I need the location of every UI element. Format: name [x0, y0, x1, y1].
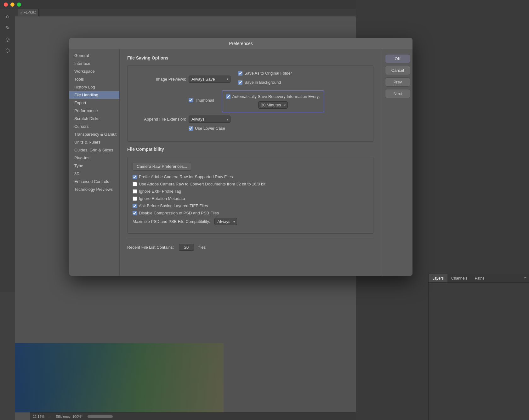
- right-checkboxes-col: Save As to Original Folder Save in Backg…: [238, 71, 292, 87]
- sidebar-item-performance[interactable]: Performance: [69, 107, 119, 115]
- auto-save-recovery-checkbox[interactable]: [226, 94, 230, 99]
- dialog-title: Preferences: [69, 38, 412, 49]
- recent-files-input[interactable]: [179, 244, 194, 251]
- image-previews-label: Image Previews:: [133, 77, 186, 82]
- next-button[interactable]: Next: [385, 89, 410, 98]
- maximize-compat-select[interactable]: Always Never Ask: [214, 218, 237, 225]
- ignore-rotation-row: Ignore Rotation Metadata: [133, 196, 368, 201]
- close-button[interactable]: [4, 3, 8, 7]
- save-in-background-checkbox[interactable]: [238, 80, 242, 85]
- tab-bar: × FLYOC: [15, 9, 356, 16]
- image-previews-row: Image Previews: Always Save Never Save A…: [133, 71, 368, 87]
- sidebar-item-export[interactable]: Export: [69, 99, 119, 107]
- image-previews-select[interactable]: Always Save Never Save Ask When Saving: [189, 76, 230, 83]
- use-adobe-raw-convert-label: Use Adobe Camera Raw to Convert Document…: [139, 182, 265, 186]
- dialog-main-content: File Saving Options Image Previews: Alwa…: [120, 49, 381, 276]
- recovery-interval-wrapper: 1 Minute 5 Minutes 10 Minutes 15 Minutes…: [226, 101, 320, 109]
- append-ext-select[interactable]: Always Never Ask When Saving: [189, 116, 230, 123]
- panel-menu-icon[interactable]: ≡: [524, 276, 529, 281]
- use-lowercase-checkbox[interactable]: [189, 126, 193, 131]
- prefer-adobe-raw-checkbox[interactable]: [133, 175, 137, 179]
- use-adobe-raw-convert-row: Use Adobe Camera Raw to Convert Document…: [133, 182, 368, 186]
- ignore-rotation-label: Ignore Rotation Metadata: [139, 196, 185, 201]
- prefer-adobe-raw-row: Prefer Adobe Camera Raw for Supported Ra…: [133, 174, 368, 179]
- file-compat-title: File Compatibility: [127, 147, 373, 152]
- sidebar-item-tools[interactable]: Tools: [69, 75, 119, 83]
- sidebar-item-file-handling[interactable]: File Handling: [69, 91, 119, 99]
- disable-compression-checkbox[interactable]: [133, 211, 137, 215]
- recovery-info-box: Automatically Save Recovery Information …: [222, 90, 324, 112]
- sidebar-item-transparency-gamut[interactable]: Transparency & Gamut: [69, 130, 119, 138]
- save-as-original-row: Save As to Original Folder: [238, 71, 292, 76]
- sidebar-item-guides-grid-slices[interactable]: Guides, Grid & Slices: [69, 146, 119, 154]
- sidebar-item-interface[interactable]: Interface: [69, 60, 119, 67]
- thumbnail-checkbox-row: Thumbnail: [189, 98, 214, 103]
- recovery-interval-select-wrapper: 1 Minute 5 Minutes 10 Minutes 15 Minutes…: [258, 101, 288, 109]
- recovery-interval-select[interactable]: 1 Minute 5 Minutes 10 Minutes 15 Minutes…: [258, 101, 288, 109]
- disable-compression-row: Disable Compression of PSD and PSB Files: [133, 211, 368, 215]
- status-bar: 22.16% › Efficiency: 100%*: [30, 412, 356, 420]
- maximize-button[interactable]: [17, 3, 21, 7]
- efficiency-status: Efficiency: 100%*: [56, 415, 82, 418]
- pen-tool-icon[interactable]: ✎: [3, 23, 13, 33]
- section-divider: [127, 239, 373, 239]
- ask-tiff-checkbox[interactable]: [133, 204, 137, 208]
- ask-tiff-label: Ask Before Saving Layered TIFF Files: [139, 203, 208, 208]
- preferences-dialog: Preferences General Interface Workspace …: [69, 38, 412, 276]
- cancel-button[interactable]: Cancel: [385, 66, 410, 75]
- camera-raw-prefs-button[interactable]: Camera Raw Preferences...: [133, 162, 191, 171]
- save-as-original-label: Save As to Original Folder: [244, 71, 292, 76]
- ps-panels: Layers Channels Paths ≡: [428, 274, 529, 420]
- ignore-exif-checkbox[interactable]: [133, 189, 137, 194]
- save-in-background-label: Save in Background: [244, 80, 281, 85]
- prefer-adobe-raw-label: Prefer Adobe Camera Raw for Supported Ra…: [139, 174, 233, 179]
- sidebar-item-cursors[interactable]: Cursors: [69, 122, 119, 130]
- save-as-original-checkbox[interactable]: [238, 71, 242, 76]
- use-lowercase-row: Use Lower Case: [189, 126, 368, 133]
- ignore-exif-row: Ignore EXIF Profile Tag: [133, 189, 368, 194]
- sidebar-item-general[interactable]: General: [69, 52, 119, 60]
- sidebar-item-scratch-disks[interactable]: Scratch Disks: [69, 115, 119, 122]
- ps-toolbar: ⌂ ✎ ◎ ⬡: [0, 9, 15, 292]
- dialog-body: General Interface Workspace Tools Histor…: [69, 49, 412, 276]
- dialog-sidebar: General Interface Workspace Tools Histor…: [69, 49, 120, 276]
- sidebar-item-type[interactable]: Type: [69, 162, 119, 170]
- canvas-image: [15, 343, 224, 412]
- auto-save-recovery-row: Automatically Save Recovery Information …: [226, 94, 320, 99]
- sidebar-item-3d[interactable]: 3D: [69, 170, 119, 178]
- minimize-button[interactable]: [10, 3, 14, 7]
- sidebar-item-plug-ins[interactable]: Plug-Ins: [69, 154, 119, 162]
- sidebar-item-enhanced-controls[interactable]: Enhanced Controls: [69, 178, 119, 185]
- document-tab[interactable]: × FLYOC: [18, 9, 39, 16]
- maximize-compat-label: Maximize PSD and PSB File Compatibility:: [133, 219, 210, 224]
- maximize-compat-row: Maximize PSD and PSB File Compatibility:…: [133, 218, 368, 225]
- ignore-rotation-checkbox[interactable]: [133, 196, 137, 201]
- thumbnail-checkbox[interactable]: [189, 98, 193, 102]
- file-saving-section: Image Previews: Always Save Never Save A…: [127, 65, 373, 142]
- save-in-background-row: Save in Background: [238, 80, 292, 85]
- panel-tabs: Layers Channels Paths ≡: [429, 274, 529, 283]
- paths-tab[interactable]: Paths: [471, 274, 488, 282]
- append-ext-select-wrapper: Always Never Ask When Saving: [189, 116, 230, 123]
- thumbnail-label: Thumbnail: [195, 98, 214, 103]
- sidebar-item-units-rulers[interactable]: Units & Rulers: [69, 138, 119, 146]
- circle-tool-icon[interactable]: ◎: [3, 34, 13, 44]
- use-adobe-raw-convert-checkbox[interactable]: [133, 182, 137, 186]
- close-tab-icon[interactable]: ×: [20, 11, 22, 14]
- ok-button[interactable]: OK: [385, 54, 410, 63]
- sidebar-item-technology-previews[interactable]: Technology Previews: [69, 185, 119, 193]
- layers-tab[interactable]: Layers: [429, 274, 447, 282]
- scrollbar[interactable]: [88, 415, 113, 418]
- sidebar-item-history-log[interactable]: History Log: [69, 83, 119, 91]
- sidebar-item-workspace[interactable]: Workspace: [69, 67, 119, 75]
- append-ext-row: Append File Extension: Always Never Ask …: [133, 116, 368, 123]
- lasso-tool-icon[interactable]: ⬡: [3, 45, 13, 55]
- recent-files-label: Recent File List Contains:: [127, 245, 174, 250]
- prev-button[interactable]: Prev: [385, 77, 410, 87]
- home-tool-icon[interactable]: ⌂: [3, 11, 13, 21]
- thumbnail-row: Thumbnail Automatically Save Recovery In…: [189, 90, 368, 112]
- channels-tab[interactable]: Channels: [447, 274, 471, 282]
- image-previews-select-wrapper: Always Save Never Save Ask When Saving: [189, 76, 230, 83]
- use-lowercase-checkbox-row: Use Lower Case: [189, 126, 225, 131]
- file-saving-title: File Saving Options: [127, 55, 373, 60]
